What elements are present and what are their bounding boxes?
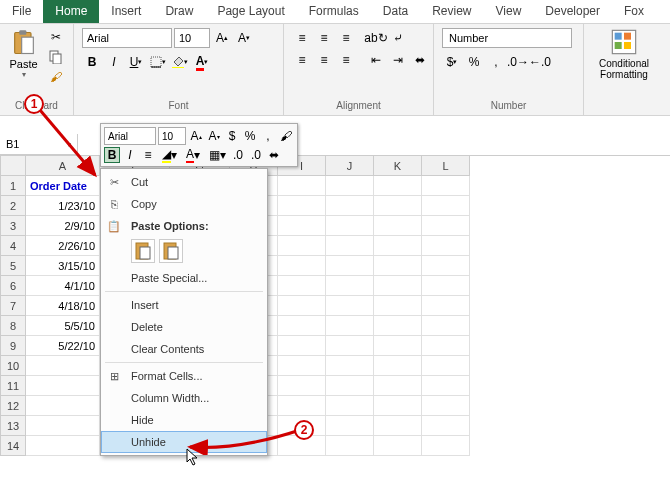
cell[interactable]: [374, 276, 422, 296]
cell[interactable]: [422, 296, 470, 316]
cell[interactable]: 4/18/10: [26, 296, 100, 316]
cell[interactable]: 4/1/10: [26, 276, 100, 296]
tab-insert[interactable]: Insert: [99, 0, 153, 23]
select-all-corner[interactable]: [0, 156, 26, 176]
cell[interactable]: [422, 176, 470, 196]
cell[interactable]: [278, 356, 326, 376]
cell[interactable]: [326, 316, 374, 336]
row-header[interactable]: 9: [0, 336, 26, 356]
increase-indent-button[interactable]: ⇥: [388, 50, 408, 70]
cut-button[interactable]: ✂: [47, 28, 65, 46]
cell[interactable]: [26, 376, 100, 396]
cell[interactable]: [422, 436, 470, 456]
cell[interactable]: [326, 196, 374, 216]
tab-developer[interactable]: Developer: [533, 0, 612, 23]
mini-dec-dec[interactable]: .0: [248, 147, 264, 163]
row-header[interactable]: 7: [0, 296, 26, 316]
cell[interactable]: 1/23/10: [26, 196, 100, 216]
tab-file[interactable]: File: [0, 0, 43, 23]
row-header[interactable]: 4: [0, 236, 26, 256]
ctx-hide[interactable]: Hide: [101, 409, 267, 431]
bold-button[interactable]: B: [82, 52, 102, 72]
number-format-select[interactable]: [442, 28, 572, 48]
row-header[interactable]: 14: [0, 436, 26, 456]
cell[interactable]: [278, 396, 326, 416]
mini-font-name[interactable]: [104, 127, 156, 145]
tab-page-layout[interactable]: Page Layout: [205, 0, 296, 23]
cell[interactable]: [422, 276, 470, 296]
align-middle-button[interactable]: ≡: [314, 28, 334, 48]
row-header[interactable]: 13: [0, 416, 26, 436]
cell[interactable]: 5/22/10: [26, 336, 100, 356]
cell[interactable]: [374, 396, 422, 416]
cell[interactable]: [26, 436, 100, 456]
cell[interactable]: [326, 416, 374, 436]
cell[interactable]: [278, 276, 326, 296]
align-left-button[interactable]: ≡: [292, 50, 312, 70]
cell[interactable]: [374, 236, 422, 256]
col-header-j[interactable]: J: [326, 156, 374, 176]
conditional-formatting-button[interactable]: Conditional Formatting: [594, 28, 654, 80]
cell[interactable]: [326, 356, 374, 376]
cell[interactable]: [278, 336, 326, 356]
tab-home[interactable]: Home: [43, 0, 99, 23]
cell[interactable]: [326, 276, 374, 296]
mini-font-color[interactable]: A▾: [182, 147, 204, 163]
cell[interactable]: [326, 376, 374, 396]
cell[interactable]: [326, 296, 374, 316]
mini-font-size[interactable]: [158, 127, 186, 145]
ctx-insert[interactable]: Insert: [101, 294, 267, 316]
cell[interactable]: Order Date: [26, 176, 100, 196]
percent-button[interactable]: %: [464, 52, 484, 72]
cell[interactable]: [326, 336, 374, 356]
mini-format-painter[interactable]: 🖌: [278, 128, 294, 144]
ctx-cut[interactable]: ✂Cut: [101, 171, 267, 193]
ctx-format-cells[interactable]: ⊞Format Cells...: [101, 365, 267, 387]
row-header[interactable]: 6: [0, 276, 26, 296]
cell[interactable]: [422, 336, 470, 356]
font-color-button[interactable]: A▾: [192, 52, 212, 72]
row-header[interactable]: 2: [0, 196, 26, 216]
ctx-copy[interactable]: ⎘Copy: [101, 193, 267, 215]
cell[interactable]: [26, 356, 100, 376]
cell[interactable]: [374, 436, 422, 456]
border-button[interactable]: ▾: [148, 52, 168, 72]
mini-fill-color[interactable]: ◢▾: [158, 147, 180, 163]
cell[interactable]: [278, 196, 326, 216]
currency-button[interactable]: $▾: [442, 52, 462, 72]
format-painter-button[interactable]: 🖌: [47, 68, 65, 86]
row-header[interactable]: 8: [0, 316, 26, 336]
paste-option-default[interactable]: [131, 239, 155, 263]
orientation-button[interactable]: ab↻: [366, 28, 386, 48]
mini-percent[interactable]: %: [242, 128, 258, 144]
cell[interactable]: [422, 356, 470, 376]
row-header[interactable]: 1: [0, 176, 26, 196]
cell[interactable]: [278, 376, 326, 396]
cell[interactable]: [374, 356, 422, 376]
cell[interactable]: [374, 416, 422, 436]
italic-button[interactable]: I: [104, 52, 124, 72]
cell[interactable]: [374, 196, 422, 216]
col-header-a[interactable]: A: [26, 156, 100, 176]
cell[interactable]: [326, 236, 374, 256]
paste-option-values[interactable]: [159, 239, 183, 263]
mini-align[interactable]: ≡: [140, 147, 156, 163]
mini-inc-dec[interactable]: .0: [230, 147, 246, 163]
align-top-button[interactable]: ≡: [292, 28, 312, 48]
decrease-decimal-button[interactable]: ←.0: [530, 52, 550, 72]
align-right-button[interactable]: ≡: [336, 50, 356, 70]
cell[interactable]: [26, 416, 100, 436]
mini-italic[interactable]: I: [122, 147, 138, 163]
row-header[interactable]: 10: [0, 356, 26, 376]
wrap-text-button[interactable]: ⤶: [388, 28, 408, 48]
tab-review[interactable]: Review: [420, 0, 483, 23]
col-header-k[interactable]: K: [374, 156, 422, 176]
cell[interactable]: [278, 236, 326, 256]
cell[interactable]: [278, 176, 326, 196]
cell[interactable]: [422, 396, 470, 416]
cell[interactable]: [422, 376, 470, 396]
tab-formulas[interactable]: Formulas: [297, 0, 371, 23]
font-size-select[interactable]: [174, 28, 210, 48]
tab-fox[interactable]: Fox: [612, 0, 656, 23]
cell[interactable]: [374, 336, 422, 356]
